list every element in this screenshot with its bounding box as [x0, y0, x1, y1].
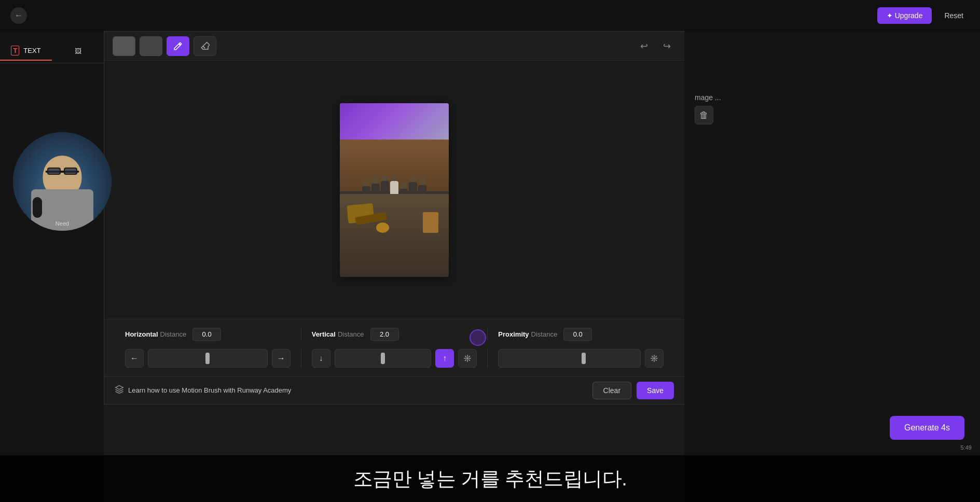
svg-line-8 — [465, 359, 466, 360]
item-crate — [423, 212, 438, 233]
horizontal-muted: Distance — [160, 330, 187, 338]
system-tray: 5:49 — [684, 440, 980, 455]
back-button[interactable]: ← — [10, 7, 27, 24]
redo-icon: ↪ — [663, 40, 671, 52]
vertical-slider-thumb — [381, 353, 385, 364]
proximity-grid-button[interactable] — [645, 349, 664, 368]
proximity-label: Proximity Distance — [498, 330, 557, 338]
system-time: 5:49 — [961, 444, 972, 451]
undo-button[interactable]: ↩ — [634, 37, 653, 55]
learn-link[interactable]: Learn how to use Motion Brush with Runwa… — [115, 385, 291, 396]
vertical-control-group: Vertical Distance 2.0 — [301, 328, 488, 341]
svg-line-5 — [465, 356, 466, 357]
horizontal-slider[interactable] — [148, 349, 268, 368]
vertical-grid-button[interactable] — [458, 349, 477, 368]
horizontal-bold: Horizontal — [125, 330, 158, 338]
svg-point-9 — [654, 358, 655, 359]
subtitle-bar: 조금만 넣는 거를 추천드립니다. — [0, 455, 980, 502]
scene-ground — [340, 194, 449, 277]
generate-label: Generate 4s — [904, 423, 950, 432]
image-icon: 🖼 — [75, 47, 81, 55]
image-label: mage ... — [695, 93, 721, 102]
svg-line-6 — [469, 359, 470, 360]
horizontal-slider-group: ← → — [115, 349, 301, 368]
brush-tool-button[interactable] — [167, 36, 189, 56]
proximity-value[interactable]: 0.0 — [563, 328, 592, 341]
proximity-slider[interactable] — [498, 349, 641, 368]
glasses-frames — [47, 168, 77, 175]
proximity-bold: Proximity — [498, 330, 529, 338]
bottom-controls: Horizontal Distance 0.0 Vertical Distanc… — [104, 319, 684, 376]
swatch1-button[interactable] — [113, 36, 135, 56]
sidebar-tabs: T TEXT 🖼 — [0, 41, 104, 63]
svg-line-16 — [655, 356, 656, 357]
toolbar: ↩ ↪ — [104, 32, 684, 61]
left-arrow-icon: ← — [130, 354, 139, 363]
save-button[interactable]: Save — [637, 382, 674, 399]
proximity-slider-thumb — [582, 353, 586, 364]
vertical-value[interactable]: 2.0 — [370, 328, 399, 341]
sidebar-tab-image[interactable]: 🖼 — [52, 41, 104, 61]
horizontal-left-button[interactable]: ← — [125, 349, 144, 368]
webcam-feed — [13, 132, 112, 231]
image-row: mage ... — [695, 93, 970, 102]
down-arrow-icon: ↓ — [319, 354, 323, 363]
top-bar: ← ✦ Upgrade Reset — [0, 0, 980, 31]
proximity-muted: Distance — [531, 330, 558, 338]
horizontal-value[interactable]: 0.0 — [192, 328, 221, 341]
modal-footer: Learn how to use Motion Brush with Runwa… — [104, 376, 684, 404]
swatch2-button[interactable] — [140, 36, 162, 56]
learn-icon — [115, 385, 124, 396]
horizontal-right-button[interactable]: → — [272, 349, 291, 368]
vertical-label: Vertical Distance — [312, 330, 364, 338]
text-icon: T — [11, 46, 19, 55]
right-sidebar: mage ... 🗑 Generate 4s — [684, 31, 980, 502]
vertical-slider-group: ↓ ↑ — [301, 349, 488, 368]
controls-sliders-row: ← → ↓ ↑ — [115, 349, 674, 368]
image-content — [340, 103, 449, 277]
proximity-slider-group — [488, 349, 674, 368]
generate-button[interactable]: Generate 4s — [890, 416, 964, 440]
left-sidebar: T TEXT 🖼 — [0, 31, 104, 502]
eraser-tool-button[interactable] — [194, 36, 216, 56]
undo-icon: ↩ — [640, 40, 648, 52]
motion-brush-modal: Motion Brush BETA × ↩ — [104, 0, 685, 405]
svg-point-0 — [467, 358, 468, 359]
reset-button[interactable]: Reset — [938, 7, 970, 24]
up-arrow-icon: ↑ — [443, 354, 447, 363]
horizontal-control-group: Horizontal Distance 0.0 — [115, 328, 301, 341]
delete-icon: 🗑 — [699, 110, 709, 121]
upgrade-button[interactable]: ✦ Upgrade — [877, 7, 932, 24]
webcam-overlay: Need — [13, 132, 112, 231]
webcam-text: Need — [56, 220, 69, 227]
clear-button[interactable]: Clear — [592, 382, 631, 399]
undo-redo-group: ↩ ↪ — [634, 37, 676, 55]
svg-line-7 — [469, 356, 470, 357]
controls-labels-row: Horizontal Distance 0.0 Vertical Distanc… — [115, 328, 674, 341]
sidebar-tab-text[interactable]: T TEXT — [0, 41, 52, 61]
vertical-down-button[interactable]: ↓ — [312, 349, 330, 368]
proximity-control-group: Proximity Distance 0.0 — [488, 328, 674, 341]
upgrade-label: ✦ Upgrade — [887, 11, 923, 20]
vertical-bold: Vertical — [312, 330, 336, 338]
footer-actions: Clear Save — [592, 382, 674, 399]
svg-line-14 — [652, 356, 653, 357]
back-icon: ← — [15, 11, 23, 20]
vertical-muted: Distance — [338, 330, 364, 338]
reset-label: Reset — [944, 11, 963, 20]
canvas-area[interactable] — [104, 61, 684, 319]
item-bottle — [376, 222, 389, 233]
horizontal-label: Horizontal Distance — [125, 330, 186, 338]
delete-image-button[interactable]: 🗑 — [695, 106, 713, 124]
right-arrow-icon: → — [277, 354, 285, 363]
redo-button[interactable]: ↪ — [657, 37, 676, 55]
vertical-slider[interactable] — [335, 349, 432, 368]
learn-label: Learn how to use Motion Brush with Runwa… — [128, 386, 291, 394]
subtitle-text: 조금만 넣는 거를 추천드립니다. — [353, 466, 627, 492]
main-image — [340, 103, 449, 277]
vertical-up-button[interactable]: ↑ — [435, 349, 454, 368]
svg-line-17 — [652, 359, 653, 360]
horizontal-slider-thumb — [205, 353, 210, 364]
clear-label: Clear — [603, 386, 620, 395]
svg-line-15 — [655, 359, 656, 360]
